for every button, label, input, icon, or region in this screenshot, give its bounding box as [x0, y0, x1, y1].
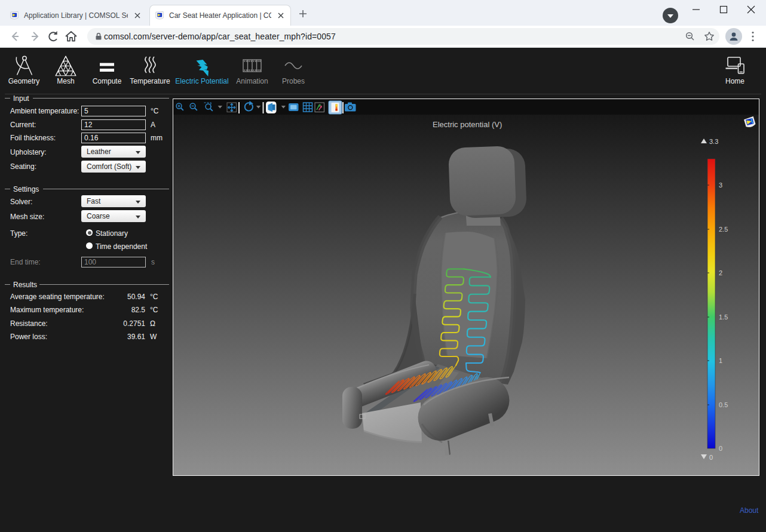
svg-text:Electric potential (V): Electric potential (V)	[433, 120, 502, 129]
svg-text:0.5: 0.5	[719, 401, 728, 408]
svg-text:0: 0	[709, 454, 713, 461]
svg-text:1: 1	[719, 357, 722, 364]
svg-text:1.5: 1.5	[719, 313, 728, 321]
svg-text:3.3: 3.3	[709, 138, 718, 145]
svg-text:2.5: 2.5	[719, 226, 728, 233]
svg-text:0: 0	[719, 445, 722, 452]
svg-text:2: 2	[719, 269, 722, 276]
svg-text:3: 3	[719, 182, 722, 189]
